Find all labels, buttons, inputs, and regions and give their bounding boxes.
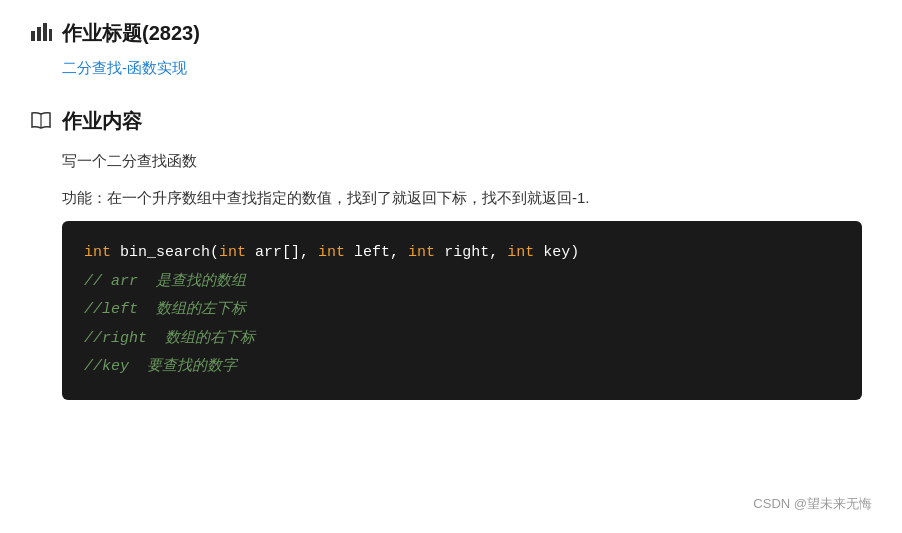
homework-content-section: 作业内容 写一个二分查找函数 功能：在一个升序数组中查找指定的数值，找到了就返回…	[30, 108, 872, 400]
keyword-int-3: int	[318, 244, 345, 261]
description-line1: 写一个二分查找函数	[62, 147, 872, 174]
keyword-int-1: int	[84, 244, 111, 261]
svg-rect-2	[43, 23, 47, 41]
section2-title: 作业内容	[62, 108, 142, 135]
code-line-5: //key 要查找的数字	[84, 353, 840, 382]
code-line-4: //right 数组的右下标	[84, 325, 840, 354]
chart-icon	[30, 21, 52, 46]
svg-rect-3	[49, 29, 52, 41]
keyword-int-5: int	[507, 244, 534, 261]
comment-left: //left 数组的左下标	[84, 301, 246, 318]
section1-header: 作业标题(2823)	[30, 20, 872, 47]
description-line2: 功能：在一个升序数组中查找指定的数值，找到了就返回下标，找不到就返回-1.	[62, 184, 872, 211]
comment-right: //right 数组的右下标	[84, 330, 255, 347]
book-icon	[30, 109, 52, 134]
code-line-1: int bin_search(int arr[], int left, int …	[84, 239, 840, 268]
section1-title: 作业标题(2823)	[62, 20, 200, 47]
keyword-int-4: int	[408, 244, 435, 261]
keyword-int-2: int	[219, 244, 246, 261]
code-block: int bin_search(int arr[], int left, int …	[62, 221, 862, 400]
homework-title-section: 作业标题(2823) 二分查找-函数实现	[30, 20, 872, 78]
code-line-3: //left 数组的左下标	[84, 296, 840, 325]
svg-rect-0	[31, 31, 35, 41]
function-signature: bin_search(	[111, 244, 219, 261]
code-line-2: // arr 是查找的数组	[84, 268, 840, 297]
footer-text: CSDN @望未来无悔	[753, 495, 872, 513]
homework-link[interactable]: 二分查找-函数实现	[62, 59, 187, 76]
svg-rect-1	[37, 27, 41, 41]
comment-arr: // arr 是查找的数组	[84, 273, 246, 290]
comment-key: //key 要查找的数字	[84, 358, 237, 375]
section2-header: 作业内容	[30, 108, 872, 135]
